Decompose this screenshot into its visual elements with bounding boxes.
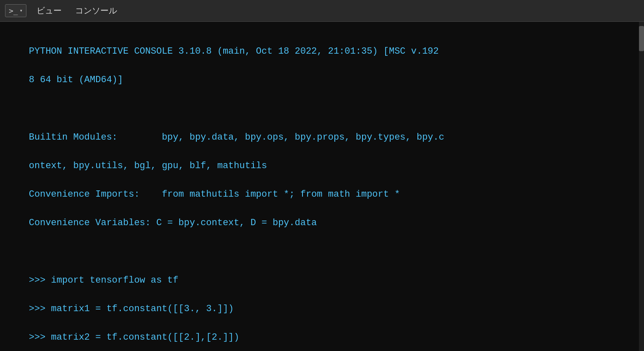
cmd1: >>> import tensorflow as tf <box>29 275 178 286</box>
console-area[interactable]: PYTHON INTERACTIVE CONSOLE 3.10.8 (main,… <box>0 22 644 351</box>
chevron-down-icon: ▾ <box>20 8 23 14</box>
cmd2: >>> matrix1 = tf.constant([[3., 3.]]) <box>29 304 234 314</box>
cmd3: >>> matrix2 = tf.constant([[2.],[2.]]) <box>29 332 240 343</box>
modules-cont: ontext, bpy.utils, bgl, gpu, blf, mathut… <box>29 161 267 171</box>
menu-view[interactable]: ビュー <box>33 3 65 18</box>
modules-line: Builtin Modules: bpy, bpy.data, bpy.ops,… <box>29 132 444 143</box>
terminal-dropdown-button[interactable]: >_ ▾ <box>5 4 26 17</box>
console-output: PYTHON INTERACTIVE CONSOLE 3.10.8 (main,… <box>7 30 637 351</box>
convenience-vars: Convenience Variables: C = bpy.context, … <box>29 218 317 228</box>
menu-console[interactable]: コンソール <box>72 3 120 18</box>
scrollbar[interactable] <box>639 22 644 351</box>
title-bar: >_ ▾ ビュー コンソール <box>0 0 644 22</box>
convenience-imports: Convenience Imports: from mathutils impo… <box>29 189 400 200</box>
terminal-icon: >_ <box>9 6 18 15</box>
scrollbar-thumb[interactable] <box>639 26 644 51</box>
banner-line2: 8 64 bit (AMD64)] <box>29 75 123 85</box>
banner-line1: PYTHON INTERACTIVE CONSOLE 3.10.8 (main,… <box>29 46 439 57</box>
